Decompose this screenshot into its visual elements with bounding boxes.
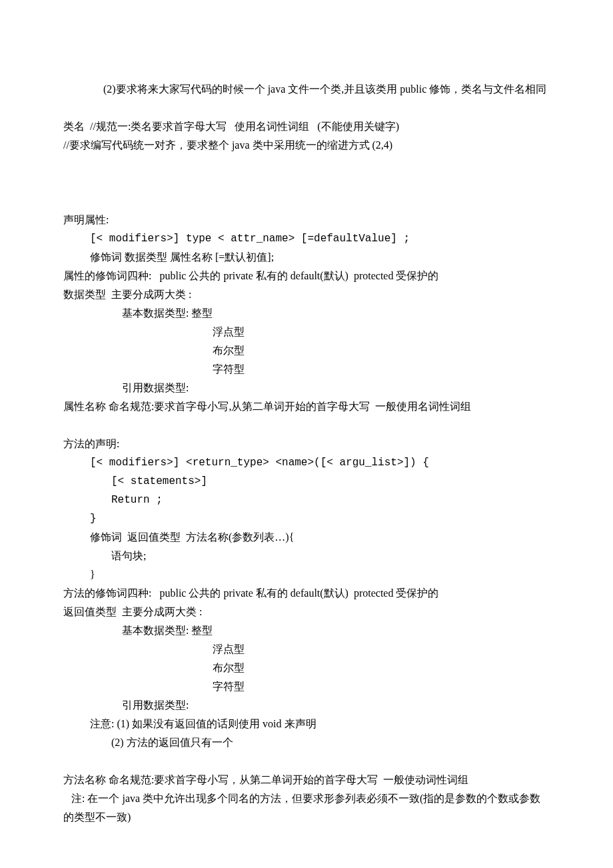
text-line: (2) 方法的返回值只有一个 [63,733,550,752]
spacer [63,99,550,117]
text-line: 语句块; [63,547,550,565]
text-line: 引用数据类型: [63,696,550,715]
text-line: 类名 //规范一:类名要求首字母大写 使用名词性词组 (不能使用关键字) [63,117,550,136]
spacer [63,155,550,192]
text-line: //要求编写代码统一对齐，要求整个 java 类中采用统一的缩进方式 (2,4) [63,136,550,155]
code-line: [< statements>] [63,472,550,491]
text-line: 浮点型 [63,640,550,659]
text-line: 注意: (1) 如果没有返回值的话则使用 void 来声明 [63,715,550,733]
text-line: 引用数据类型: [63,379,550,397]
text-line: 属性名称 命名规范:要求首字母小写,从第二单词开始的首字母大写 一般使用名词性词… [63,397,550,416]
text-line: (2)要求将来大家写代码的时候一个 java 文件一个类,并且该类用 publi… [63,80,550,99]
text-line: 布尔型 [63,341,550,360]
text-line: 方法名称 命名规范:要求首字母小写，从第二单词开始的首字母大写 一般使动词性词组 [63,771,550,789]
code-line: } [63,509,550,528]
code-line: [< modifiers>] type < attr_name> [=defau… [63,229,550,248]
text-line: 字符型 [63,677,550,696]
text-line: 方法的声明: [63,435,550,453]
text-line: 属性的修饰词四种: public 公共的 private 私有的 default… [63,267,550,285]
text-line: 返回值类型 主要分成两大类 : [63,603,550,621]
text-line: 声明属性: [63,211,550,229]
text-line: 数据类型 主要分成两大类 : [63,285,550,304]
spacer [63,752,550,771]
text-line: } [63,565,550,584]
text-line: 修饰词 数据类型 属性名称 [=默认初值]; [63,248,550,267]
code-line: Return ; [63,491,550,509]
text-line: 布尔型 [63,659,550,677]
text-line: 基本数据类型: 整型 [63,621,550,640]
spacer [63,416,550,435]
text-line: 基本数据类型: 整型 [63,304,550,323]
text-line: 浮点型 [63,323,550,341]
text-line: 注: 在一个 java 类中允许出现多个同名的方法，但要求形参列表必须不一致(指… [63,789,550,827]
text-line: 方法的修饰词四种: public 公共的 private 私有的 default… [63,584,550,603]
text-line: 字符型 [63,360,550,379]
text-line: 修饰词 返回值类型 方法名称(参数列表…){ [63,528,550,547]
spacer [63,192,550,211]
code-line: [< modifiers>] <return_type> <name>([< a… [63,453,550,472]
